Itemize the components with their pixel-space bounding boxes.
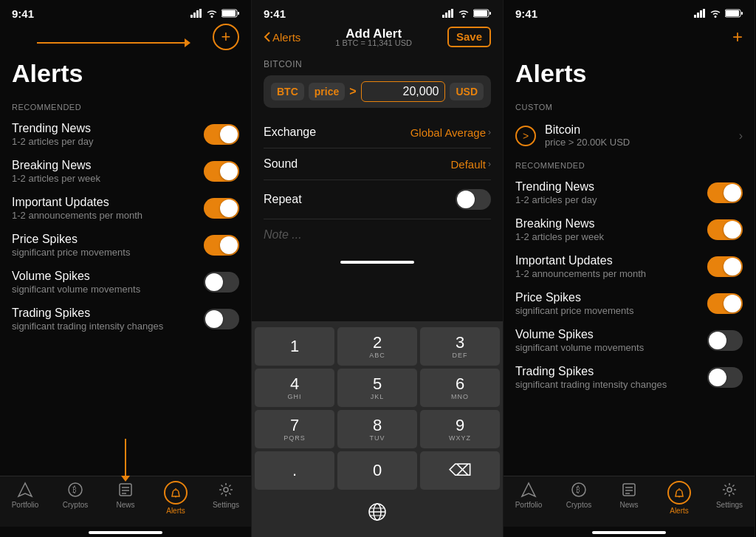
custom-alert-chevron-icon: › xyxy=(739,129,743,143)
numpad-key-backspace[interactable]: ⌫ xyxy=(420,451,500,490)
toggle-price-spikes[interactable] xyxy=(204,235,239,256)
alert-title-3-4: Volume Spikes xyxy=(515,328,644,341)
svg-point-15 xyxy=(224,488,228,492)
svg-point-14 xyxy=(175,496,176,498)
page-title-1: Alerts xyxy=(0,53,251,97)
svg-rect-18 xyxy=(448,10,450,18)
alert-item-breaking-news[interactable]: Breaking News 1-2 articles per week xyxy=(0,153,251,190)
numpad-key-6[interactable]: 6 MNO xyxy=(420,369,500,407)
alert-item-trading-spikes[interactable]: Trading Spikes significant trading inten… xyxy=(0,301,251,338)
sound-row[interactable]: Sound Default › xyxy=(264,148,491,180)
tab-alerts-1[interactable]: Alerts xyxy=(151,481,201,515)
numpad-key-8[interactable]: 8 TUV xyxy=(337,410,417,448)
tab-news-3[interactable]: News xyxy=(604,481,654,515)
condition-crypto[interactable]: BTC xyxy=(271,83,304,100)
numpad-num-2: 2 xyxy=(373,334,382,352)
tab-alerts-3[interactable]: Alerts xyxy=(654,481,704,515)
signal-icon-2 xyxy=(442,9,454,18)
numpad-row-3: 7 PQRS 8 TUV 9 WXYZ xyxy=(255,410,500,448)
numpad-key-2[interactable]: 2 ABC xyxy=(337,327,417,366)
back-button[interactable]: Alerts xyxy=(264,31,300,44)
numpad-num-dot: . xyxy=(292,462,297,479)
numpad-letters-4: GHI xyxy=(287,393,301,400)
arrow-to-add xyxy=(37,38,190,47)
exchange-value-text: Global Average xyxy=(410,126,486,139)
alert-item-trending-news-3[interactable]: Trending News 1-2 articles per day xyxy=(504,174,755,211)
status-time-3: 9:41 xyxy=(515,7,537,20)
condition-currency[interactable]: USD xyxy=(450,83,484,100)
condition-row[interactable]: BTC price > USD xyxy=(264,75,491,108)
toggle-3-volume-spikes[interactable] xyxy=(707,330,743,351)
alert-item-trending-news[interactable]: Trending News 1-2 articles per day xyxy=(0,116,251,153)
tab-news-1[interactable]: News xyxy=(100,481,151,515)
numpad-key-3[interactable]: 3 DEF xyxy=(420,327,500,366)
tab-settings-1[interactable]: Settings xyxy=(201,481,251,515)
add-alert-button[interactable]: + xyxy=(213,24,239,50)
exchange-value: Global Average › xyxy=(410,126,491,139)
repeat-toggle[interactable] xyxy=(456,189,491,210)
alert-list-1: Trending News 1-2 articles per day Break… xyxy=(0,116,251,338)
alert-item-price-spikes[interactable]: Price Spikes significant price movements xyxy=(0,227,251,264)
alert-item-important-updates[interactable]: Important Updates 1-2 announcements per … xyxy=(0,190,251,227)
note-field[interactable]: Note ... xyxy=(264,219,491,250)
toggle-3-breaking-news[interactable] xyxy=(707,219,743,240)
tab-cryptos-3[interactable]: ₿ Cryptos xyxy=(554,481,604,515)
exchange-label: Exchange xyxy=(264,126,316,139)
numpad-key-1[interactable]: 1 xyxy=(255,327,334,366)
alert-item-trading-spikes-3[interactable]: Trading Spikes significant trading inten… xyxy=(504,359,755,396)
tab-label-portfolio-3: Portfolio xyxy=(515,501,543,509)
numpad-num-0: 0 xyxy=(373,462,382,479)
numpad-key-0[interactable]: 0 xyxy=(337,451,417,490)
toggle-volume-spikes[interactable] xyxy=(204,272,239,293)
alert-item-volume-spikes-3[interactable]: Volume Spikes significant volume movemen… xyxy=(504,322,755,359)
numpad-row-1: 1 2 ABC 3 DEF xyxy=(255,327,500,366)
alert-item-volume-spikes[interactable]: Volume Spikes significant volume movemen… xyxy=(0,264,251,301)
tab-label-settings-3: Settings xyxy=(716,501,743,509)
save-button[interactable]: Save xyxy=(447,27,491,47)
numpad-num-6: 6 xyxy=(456,375,464,393)
alert-title-3-1: Breaking News xyxy=(515,217,604,230)
numpad-key-7[interactable]: 7 PQRS xyxy=(255,410,334,448)
status-icons-3 xyxy=(694,9,743,18)
news-icon xyxy=(117,481,134,499)
numpad-key-5[interactable]: 5 JKL xyxy=(337,369,417,407)
numpad-num-3: 3 xyxy=(456,334,464,352)
condition-operator[interactable]: > xyxy=(349,85,356,98)
tab-cryptos-1[interactable]: ₿ Cryptos xyxy=(50,481,100,515)
add-button-3[interactable]: + xyxy=(732,28,743,46)
toggle-trading-spikes[interactable] xyxy=(204,309,239,329)
alert-subtitle-3-2: 1-2 announcements per month xyxy=(515,268,646,279)
portfolio-icon-3 xyxy=(520,481,537,499)
repeat-row[interactable]: Repeat xyxy=(264,180,491,219)
toggle-3-trending-news[interactable] xyxy=(707,182,743,203)
condition-value-input[interactable] xyxy=(361,81,446,102)
toggle-3-price-spikes[interactable] xyxy=(707,293,743,314)
numpad-key-4[interactable]: 4 GHI xyxy=(255,369,334,407)
svg-rect-2 xyxy=(196,10,199,18)
tab-bar-3: Portfolio ₿ Cryptos News Alerts xyxy=(504,476,755,527)
svg-point-33 xyxy=(715,16,717,18)
tab-portfolio-1[interactable]: Portfolio xyxy=(0,481,50,515)
alert-item-breaking-news-3[interactable]: Breaking News 1-2 articles per week xyxy=(504,211,755,248)
cryptos-icon-3: ₿ xyxy=(570,481,588,499)
tab-settings-3[interactable]: Settings xyxy=(704,481,755,515)
alert-item-important-updates-3[interactable]: Important Updates 1-2 announcements per … xyxy=(504,248,755,285)
numpad-key-9[interactable]: 9 WXYZ xyxy=(420,410,500,448)
toggle-3-important-updates[interactable] xyxy=(707,256,743,277)
toggle-trending-news[interactable] xyxy=(204,124,239,145)
alert-subtitle-1: 1-2 articles per week xyxy=(12,173,100,184)
toggle-3-trading-spikes[interactable] xyxy=(707,367,743,388)
exchange-row[interactable]: Exchange Global Average › xyxy=(264,117,491,148)
custom-alert-bitcoin[interactable]: > Bitcoin price > 20.00K USD › xyxy=(504,116,755,155)
alert-item-price-spikes-3[interactable]: Price Spikes significant price movements xyxy=(504,285,755,322)
tab-label-portfolio-1: Portfolio xyxy=(12,501,39,509)
tab-portfolio-3[interactable]: Portfolio xyxy=(504,481,554,515)
toggle-important-updates[interactable] xyxy=(204,198,239,219)
condition-field[interactable]: price xyxy=(309,83,345,100)
numpad-key-dot[interactable]: . xyxy=(255,451,334,490)
alerts-circle-icon-3 xyxy=(667,481,691,504)
numpad-language-icon[interactable] xyxy=(255,493,500,531)
toggle-breaking-news[interactable] xyxy=(204,161,239,182)
svg-rect-1 xyxy=(193,13,196,18)
numpad-row-4: . 0 ⌫ xyxy=(255,451,500,490)
